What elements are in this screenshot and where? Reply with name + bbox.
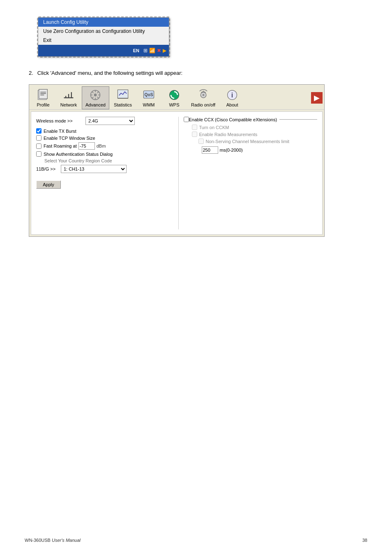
context-menu-item-exit[interactable]: Exit	[38, 36, 169, 45]
checkbox-radio-meas: Enable Radio Measurements	[192, 132, 318, 137]
taskbar: EN ⊞ 📶 ✖ ▶	[38, 45, 169, 56]
instruction-line: 2. Click 'Advanced' menu, and the follow…	[29, 70, 367, 76]
ccx-header: Enable CCX (Cisco Compatible eXtensions)	[184, 117, 318, 122]
region-label: 11B/G >>	[36, 166, 61, 171]
fast-roaming-unit: dBm	[97, 143, 106, 148]
non-serving-label: Non-Serving Channel Measurements limit	[206, 139, 290, 144]
checkbox-fast-roaming: Fast Roaming at dBm	[36, 142, 170, 150]
svg-point-29	[202, 94, 204, 96]
region-row: 11B/G >> 1: CH1-13	[36, 165, 170, 173]
toolbar-btn-profile[interactable]: Profile	[31, 86, 55, 109]
apply-button[interactable]: Apply	[36, 180, 61, 189]
profile-icon	[37, 88, 50, 102]
ccx-group: Enable CCX (Cisco Compatible eXtensions)…	[184, 117, 318, 154]
checkbox-group: Enable TX Burst Enable TCP Window Size F…	[36, 128, 170, 157]
network-icon	[62, 88, 75, 102]
taskbar-language: EN	[133, 48, 139, 53]
right-panel: Enable CCX (Cisco Compatible eXtensions)…	[178, 117, 318, 229]
tray-icon-4: ▶	[163, 48, 166, 53]
tray-icon-1: ⊞	[143, 48, 148, 53]
non-serving-checkbox[interactable]	[198, 139, 204, 144]
toolbar-btn-network[interactable]: Network	[56, 86, 81, 109]
svg-text:QoS: QoS	[144, 92, 153, 97]
footer-product: WN-360USB	[25, 538, 52, 543]
tray-icon-3: ✖	[157, 48, 161, 53]
ms-row: ms(0-2000)	[200, 146, 318, 154]
fast-roaming-checkbox[interactable]	[36, 143, 42, 149]
about-label: About	[226, 102, 238, 107]
statistics-icon	[116, 88, 129, 102]
ccx-checkbox[interactable]	[184, 117, 189, 122]
tx-burst-checkbox[interactable]	[36, 128, 42, 134]
wps-icon	[168, 88, 181, 102]
radio-label: Radio on/off	[191, 102, 215, 107]
about-icon: i	[226, 88, 239, 102]
cckm-label: Turn on CCKM	[199, 125, 229, 130]
checkbox-auth-dialog: Show Authentication Status Dialog	[36, 151, 170, 157]
fast-roaming-input[interactable]	[78, 142, 95, 150]
ms-input[interactable]	[202, 146, 218, 154]
wmm-icon: QoS	[142, 88, 155, 102]
country-region-label: Select Your Country Region Code	[44, 158, 170, 163]
footer-manual: User's Manual	[52, 538, 81, 543]
context-menu: Launch Config Utility Use Zero Configura…	[38, 17, 169, 57]
wireless-mode-select[interactable]: 2.4G	[85, 117, 135, 125]
left-panel: Wireless mode >> 2.4G Enable TX Burst En…	[36, 117, 170, 229]
svg-line-18	[92, 97, 93, 98]
toolbar-btn-about[interactable]: i About	[220, 86, 244, 109]
toolbar-btn-radio[interactable]: Radio on/off	[187, 86, 219, 109]
svg-line-16	[97, 97, 99, 98]
ccx-sub-items: Turn on CCKM Enable Radio Measurements N…	[184, 125, 318, 144]
toolbar-btn-statistics[interactable]: Statistics	[110, 86, 136, 109]
arrow-icon: ▶	[314, 93, 320, 102]
page-footer: WN-360USB User's Manual 38	[25, 538, 367, 543]
toolbar: Profile Network	[29, 85, 324, 110]
wireless-mode-label: Wireless mode >>	[36, 118, 85, 123]
checkbox-tcp-window: Enable TCP Window Size	[36, 135, 170, 141]
radio-meas-checkbox[interactable]	[192, 132, 197, 137]
fast-roaming-label: Fast Roaming at	[44, 143, 77, 148]
tray-icon-2: 📶	[149, 48, 155, 53]
checkbox-tx-burst: Enable TX Burst	[36, 128, 170, 134]
app-window: Profile Network	[29, 84, 325, 237]
svg-rect-1	[39, 89, 48, 99]
context-menu-item-launch[interactable]: Launch Config Utility	[38, 18, 169, 27]
tcp-window-label: Enable TCP Window Size	[44, 136, 95, 141]
instruction-number: 2.	[29, 70, 33, 76]
svg-line-15	[92, 92, 93, 93]
footer-page-number: 38	[362, 538, 367, 543]
advanced-label: Advanced	[85, 102, 106, 107]
profile-label: Profile	[37, 102, 49, 107]
svg-line-17	[97, 92, 99, 93]
radio-icon	[197, 88, 210, 102]
advanced-icon	[89, 88, 102, 102]
tx-burst-label: Enable TX Burst	[44, 129, 76, 134]
region-select[interactable]: 1: CH1-13	[61, 165, 127, 173]
network-label: Network	[60, 102, 77, 107]
toolbar-btn-wmm[interactable]: QoS WMM	[136, 86, 161, 109]
auth-dialog-label: Show Authentication Status Dialog	[44, 152, 113, 157]
dashed-outline: Launch Config Utility Use Zero Configura…	[37, 16, 170, 58]
context-menu-item-usezero[interactable]: Use Zero Configuration as Configuration …	[38, 27, 169, 36]
auth-dialog-checkbox[interactable]	[36, 151, 42, 157]
ccx-line	[279, 119, 317, 120]
svg-text:i: i	[231, 92, 233, 99]
ms-label: ms(0-2000)	[220, 148, 243, 153]
toolbar-btn-advanced[interactable]: Advanced	[82, 86, 109, 109]
wmm-label: WMM	[143, 102, 155, 107]
ccx-label: Enable CCX (Cisco Compatible eXtensions)	[189, 117, 277, 122]
toolbar-arrow-btn[interactable]: ▶	[311, 92, 323, 104]
content-area: Wireless mode >> 2.4G Enable TX Burst En…	[31, 111, 323, 235]
wps-label: WPS	[169, 102, 179, 107]
tcp-window-checkbox[interactable]	[36, 135, 42, 141]
context-menu-screenshot: Launch Config Utility Use Zero Configura…	[37, 16, 367, 58]
wireless-mode-row: Wireless mode >> 2.4G	[36, 117, 170, 125]
checkbox-non-serving: Non-Serving Channel Measurements limit	[198, 139, 318, 144]
footer-left: WN-360USB User's Manual	[25, 538, 81, 543]
cckm-checkbox[interactable]	[192, 125, 197, 130]
svg-point-10	[94, 94, 97, 97]
statistics-label: Statistics	[114, 102, 132, 107]
toolbar-btn-wps[interactable]: WPS	[162, 86, 187, 109]
instruction-text: Click 'Advanced' menu, and the following…	[37, 70, 182, 76]
checkbox-cckm: Turn on CCKM	[192, 125, 318, 130]
